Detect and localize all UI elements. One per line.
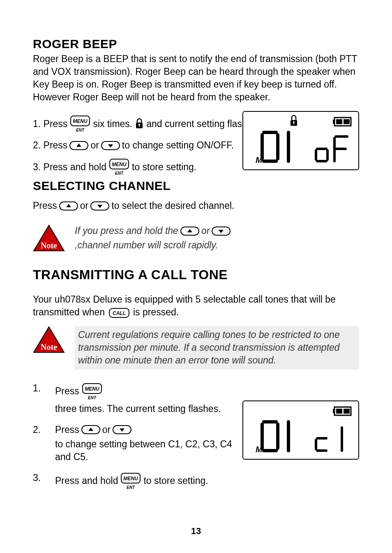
note-icon: Note bbox=[33, 224, 65, 252]
text: Press bbox=[55, 423, 79, 436]
note-call-tone: Note Current regulations require calling… bbox=[33, 326, 359, 369]
page: ROGER BEEP Roger Beep is a BEEP that is … bbox=[0, 0, 392, 553]
svg-text:ENT: ENT bbox=[88, 396, 97, 400]
note-icon: Note bbox=[33, 326, 65, 354]
text: or bbox=[102, 423, 111, 436]
down-button-icon bbox=[90, 201, 110, 211]
down-button-icon bbox=[112, 425, 132, 435]
lcd-screen-roger: M bbox=[242, 111, 359, 170]
heading-roger-beep: ROGER BEEP bbox=[33, 37, 359, 51]
text: to select the desired channel. bbox=[111, 199, 234, 212]
step-text: to store setting. bbox=[132, 161, 196, 174]
note-text: Current regulations require calling tone… bbox=[75, 326, 359, 369]
battery-icon bbox=[333, 118, 351, 126]
step-text: six times. bbox=[93, 118, 132, 130]
battery-icon bbox=[333, 407, 351, 415]
up-button-icon bbox=[81, 425, 101, 435]
svg-rect-37 bbox=[344, 409, 350, 414]
svg-text:ENT: ENT bbox=[76, 128, 85, 132]
menu-button-icon: MENU ENT bbox=[120, 472, 142, 491]
svg-text:CALL: CALL bbox=[113, 310, 126, 316]
text: Press and hold bbox=[55, 474, 118, 487]
down-button-icon bbox=[101, 141, 120, 150]
menu-button-icon: MENU ENT bbox=[108, 157, 130, 176]
svg-text:MENU: MENU bbox=[73, 118, 88, 124]
up-button-icon bbox=[69, 141, 89, 150]
svg-rect-33 bbox=[344, 119, 350, 124]
up-button-icon bbox=[59, 201, 78, 211]
lcd-digits-left bbox=[262, 132, 288, 161]
heading-call-tone: TRANSMITTING A CALL TONE bbox=[33, 267, 359, 282]
svg-text:MENU: MENU bbox=[112, 162, 127, 167]
call-button-icon: CALL bbox=[108, 308, 130, 318]
lcd-digits-left bbox=[262, 422, 288, 451]
svg-rect-29 bbox=[293, 122, 294, 124]
svg-text:MENU: MENU bbox=[85, 386, 99, 392]
text: Current regulations require calling tone… bbox=[78, 329, 356, 367]
lcd-screen-call: M bbox=[242, 400, 359, 460]
text: ,channel number will scroll rapidly. bbox=[75, 239, 218, 252]
text: three times. The current setting flashes… bbox=[55, 403, 221, 415]
note-selecting-channel: Note If you press and hold the or ,chann… bbox=[33, 224, 359, 252]
note-text: If you press and hold the or ,channel nu… bbox=[75, 224, 359, 252]
step-text: 2. Press bbox=[33, 139, 67, 152]
text: to change setting between C1, C2, C3, C4… bbox=[55, 438, 244, 463]
lock-icon bbox=[134, 118, 145, 130]
step-text: or bbox=[90, 139, 99, 152]
call-tone-intro: Your uh078sx Deluxe is equipped with 5 s… bbox=[33, 293, 359, 319]
lcd-digits-right bbox=[316, 428, 342, 451]
heading-selecting-channel: SELECTING CHANNEL bbox=[33, 179, 359, 193]
svg-text:ENT: ENT bbox=[127, 485, 135, 490]
text: is pressed. bbox=[133, 307, 179, 317]
svg-rect-5 bbox=[139, 125, 140, 127]
lcd-digits-right bbox=[316, 137, 347, 161]
down-button-icon bbox=[211, 226, 231, 236]
text: to store setting. bbox=[143, 474, 208, 487]
text: If you press and hold the bbox=[75, 224, 178, 237]
text: Press bbox=[55, 385, 79, 398]
text: Press bbox=[33, 199, 57, 212]
step-text: to change setting ON/OFF. bbox=[122, 139, 234, 152]
svg-text:MENU: MENU bbox=[124, 476, 138, 481]
svg-text:Note: Note bbox=[41, 241, 57, 250]
step-text: 3. Press and hold bbox=[33, 161, 106, 174]
step-text: 1. Press bbox=[33, 118, 67, 130]
menu-button-icon: MENU ENT bbox=[81, 382, 103, 401]
call-step-3: Press and hold MENU ENT to store setting… bbox=[33, 472, 359, 491]
selecting-channel-line: Press or to select the desired channel. bbox=[33, 199, 359, 212]
svg-text:Note: Note bbox=[41, 342, 57, 352]
text: or bbox=[80, 199, 88, 212]
lock-icon bbox=[291, 116, 297, 126]
svg-rect-35 bbox=[333, 409, 334, 413]
svg-rect-36 bbox=[336, 409, 342, 414]
svg-rect-31 bbox=[333, 120, 334, 124]
svg-rect-32 bbox=[336, 119, 342, 124]
roger-beep-body: Roger Beep is a BEEP that is sent to not… bbox=[33, 53, 359, 104]
up-button-icon bbox=[180, 226, 200, 236]
menu-button-icon: MENU ENT bbox=[69, 114, 91, 133]
svg-text:ENT: ENT bbox=[115, 171, 124, 176]
text: or bbox=[201, 224, 210, 237]
page-number: 13 bbox=[0, 526, 392, 537]
text: Your uh078sx Deluxe is equipped with 5 s… bbox=[33, 294, 336, 317]
